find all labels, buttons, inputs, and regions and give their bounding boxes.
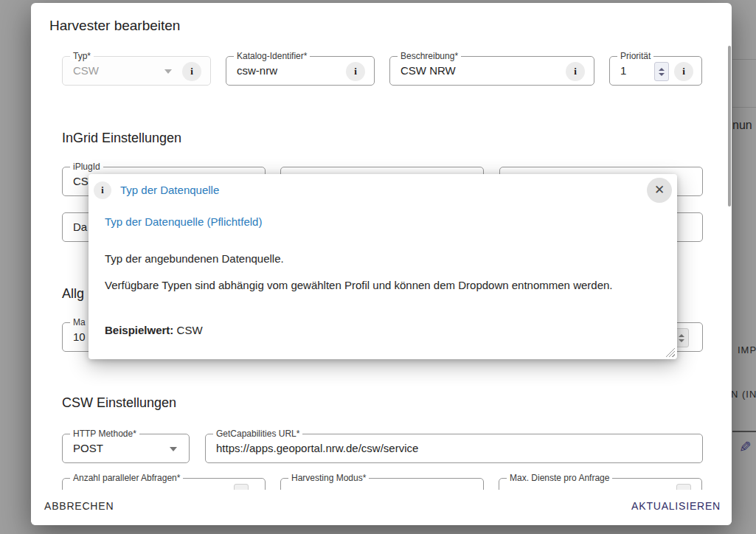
chevron-down-icon: [164, 69, 172, 74]
popup-example-label: Beispielwert:: [105, 324, 173, 336]
edit-pencil-icon: ✎: [739, 438, 752, 456]
typ-value: CSW: [73, 57, 99, 85]
background-text-fragment: N (IN: [731, 389, 756, 400]
background-divider: [732, 107, 756, 108]
max-number-value: 10: [73, 323, 86, 351]
popup-title: Typ der Datenquelle: [120, 184, 219, 196]
katalog-identifier-input[interactable]: Katalog-Identifier* csw-nrw i: [226, 56, 375, 86]
close-button[interactable]: ✕: [647, 178, 672, 203]
katalog-identifier-value: csw-nrw: [237, 57, 277, 85]
prioritaet-info-button[interactable]: i: [674, 62, 693, 81]
beschreibung-info-button[interactable]: i: [566, 62, 585, 81]
csw-section-heading: CSW Einstellungen: [62, 395, 176, 411]
stepper-up-icon[interactable]: [679, 334, 684, 337]
harvesting-modus-label: Harvesting Modus*: [288, 473, 369, 483]
typ-info-button[interactable]: i: [182, 62, 201, 81]
update-button[interactable]: AKTUALISIEREN: [631, 500, 721, 512]
getcapabilities-url-input[interactable]: GetCapabilities URL* https://apps.geopor…: [205, 434, 703, 463]
prioritaet-input[interactable]: Priorität 1 i: [609, 56, 702, 86]
stepper-down-icon[interactable]: [679, 339, 684, 342]
info-icon: i: [94, 181, 111, 199]
popup-field-heading: Typ der Datenquelle (Pflichtfeld): [105, 215, 262, 228]
prioritaet-value: 1: [620, 57, 626, 85]
allgemein-section-heading: Allg: [62, 286, 84, 302]
anzahl-abfragen-label: Anzahl paralleler Abfragen*: [70, 473, 183, 483]
background-divider: [732, 59, 756, 60]
popup-description-line2: Verfügbare Typen sind abhängig vom gewäh…: [105, 277, 613, 294]
info-popup: i Typ der Datenquelle ✕ Typ der Datenque…: [89, 174, 677, 359]
popup-example-value: CSW: [177, 324, 203, 336]
stepper-up-icon[interactable]: [659, 68, 665, 71]
beschreibung-input[interactable]: Beschreibung* CSW NRW i: [389, 56, 594, 86]
dialog-title: Harvester bearbeiten: [49, 18, 180, 34]
background-text-fragment: nun: [732, 119, 752, 132]
beschreibung-value: CSW NRW: [400, 57, 456, 85]
popup-description-line1: Typ der angebundenen Datenquelle.: [105, 250, 284, 268]
stepper-down-icon[interactable]: [659, 73, 665, 76]
chevron-down-icon[interactable]: [170, 447, 177, 451]
http-methode-select[interactable]: HTTP Methode* POST: [62, 434, 190, 463]
http-methode-value: POST: [73, 434, 103, 462]
dialog-footer: ABBRECHEN AKTUALISIEREN: [31, 490, 732, 525]
prioritaet-stepper[interactable]: [654, 62, 669, 81]
popup-example: Beispielwert: CSW: [105, 322, 203, 339]
popup-resize-handle[interactable]: [665, 347, 675, 357]
cancel-button[interactable]: ABBRECHEN: [44, 500, 114, 512]
ingrid-field-4-value: Da: [73, 213, 87, 241]
background-text-fragment: IMP: [738, 344, 756, 356]
dialog-scrollbar-thumb[interactable]: [728, 46, 731, 207]
background-divider: [732, 431, 756, 432]
max-dienste-label: Max. Dienste pro Anfrage: [507, 473, 612, 483]
ingrid-section-heading: InGrid Einstellungen: [62, 131, 181, 146]
katalog-info-button[interactable]: i: [346, 62, 365, 81]
typ-select[interactable]: Typ* CSW i: [62, 56, 211, 86]
getcapabilities-url-value: https://apps.geoportal.nrw.de/csw/servic…: [216, 434, 418, 462]
